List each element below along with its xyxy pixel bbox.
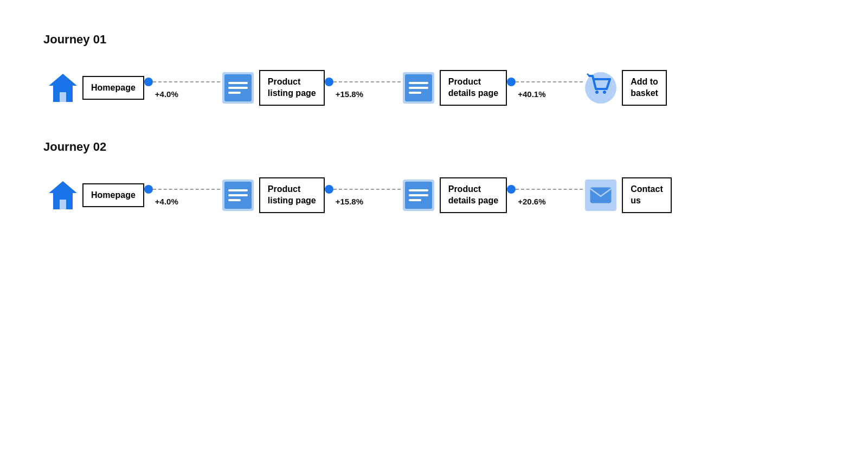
homepage-2-label: Homepage <box>82 183 144 208</box>
cart-icon-1 <box>583 68 622 107</box>
connector-2-2: +15.8% <box>325 185 401 206</box>
journey-01-section: Journey 01 Homepage <box>43 33 825 107</box>
node-details-2: Productdetails page <box>401 176 507 215</box>
dot-2-1 <box>144 185 153 194</box>
svg-rect-2 <box>60 92 66 102</box>
connector-2-1: +4.0% <box>144 185 220 206</box>
connector-1-2: +15.8% <box>325 78 401 99</box>
node-listing-2: Productlisting page <box>220 176 325 215</box>
details-1-label: Productdetails page <box>440 70 507 106</box>
dashed-2-1 <box>153 189 220 190</box>
svg-line-5 <box>587 74 589 76</box>
dashed-1-2 <box>333 81 401 82</box>
node-homepage-2: Homepage <box>43 176 144 215</box>
listing-2-label: Productlisting page <box>259 177 325 213</box>
basket-1-label: Add tobasket <box>622 70 667 106</box>
pct-1-1: +4.0% <box>144 89 178 99</box>
pct-1-3: +40.1% <box>507 89 545 99</box>
connector-1-3: +40.1% <box>507 78 583 99</box>
pct-2-2: +15.8% <box>325 197 363 206</box>
details-2-label: Productdetails page <box>440 177 507 213</box>
svg-rect-9 <box>590 188 611 203</box>
homepage-1-label: Homepage <box>82 76 144 100</box>
svg-point-3 <box>595 91 599 94</box>
dot-1-3 <box>507 78 516 86</box>
listing-1-label: Productlisting page <box>259 70 325 106</box>
dot-1-2 <box>325 78 333 86</box>
dashed-1-1 <box>153 81 220 82</box>
details-icon-1 <box>401 68 440 107</box>
journey-02-title: Journey 02 <box>43 140 825 154</box>
journey-02-section: Journey 02 Homepage +4 <box>43 140 825 215</box>
node-basket-1: Add tobasket <box>583 68 667 107</box>
pct-2-3: +20.6% <box>507 197 545 206</box>
dot-1-1 <box>144 78 153 86</box>
main-container: Journey 01 Homepage <box>0 0 868 280</box>
listing-icon-1 <box>220 68 259 107</box>
journey-01-flow: Homepage +4.0% <box>43 68 825 107</box>
connector-1-1: +4.0% <box>144 78 220 99</box>
contact-2-label: Contactus <box>622 177 672 213</box>
dot-2-3 <box>507 185 516 194</box>
dashed-2-3 <box>516 189 583 190</box>
dot-2-2 <box>325 185 333 194</box>
node-listing-1: Productlisting page <box>220 68 325 107</box>
pct-1-2: +15.8% <box>325 89 363 99</box>
listing-icon-2 <box>220 176 259 215</box>
node-homepage-1: Homepage <box>43 68 144 107</box>
pct-2-1: +4.0% <box>144 197 178 206</box>
svg-point-4 <box>603 91 606 94</box>
connector-2-3: +20.6% <box>507 185 583 206</box>
journey-02-flow: Homepage +4.0% <box>43 176 825 215</box>
home-icon-2 <box>43 176 82 215</box>
node-contact-2: Contactus <box>583 176 672 215</box>
svg-rect-8 <box>60 200 66 209</box>
details-icon-2 <box>401 176 440 215</box>
journey-01-title: Journey 01 <box>43 33 825 47</box>
node-details-1: Productdetails page <box>401 68 507 107</box>
dashed-1-3 <box>516 81 583 82</box>
email-icon-2 <box>583 176 622 215</box>
home-icon-1 <box>43 68 82 107</box>
dashed-2-2 <box>333 189 401 190</box>
